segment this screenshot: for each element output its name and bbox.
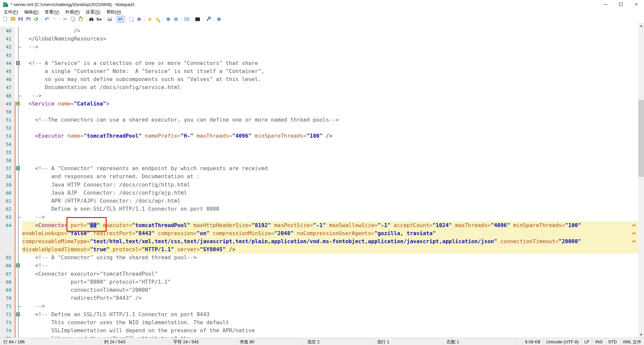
code-line-48[interactable]: 48 --> bbox=[0, 92, 638, 100]
fold-margin[interactable] bbox=[15, 221, 22, 229]
code-text[interactable]: library and the useOpenSSL attribute of … bbox=[22, 335, 638, 338]
line-number[interactable]: 45 bbox=[0, 67, 15, 75]
code-line-69[interactable]: 69 connectionTimeout="20000" bbox=[0, 286, 638, 294]
fold-margin[interactable] bbox=[15, 270, 22, 278]
fold-margin[interactable] bbox=[15, 189, 22, 197]
fold-margin[interactable] bbox=[15, 27, 22, 35]
code-line-40[interactable]: 40 /> bbox=[0, 27, 638, 35]
code-line-56[interactable]: 56 bbox=[0, 156, 638, 164]
encoding-button[interactable]: ⊚ bbox=[135, 16, 143, 23]
status-right-0[interactable]: 8.08 KB bbox=[522, 338, 543, 345]
status-cell-0[interactable]: 行 64 / 166 bbox=[0, 338, 101, 345]
line-number[interactable]: 63 bbox=[0, 213, 15, 221]
fold-margin[interactable] bbox=[15, 294, 22, 302]
code-line-54[interactable]: 54 bbox=[0, 140, 638, 148]
fold-margin[interactable] bbox=[15, 213, 22, 221]
code-line-55[interactable]: 55 bbox=[0, 148, 638, 156]
console-button[interactable] bbox=[194, 16, 201, 23]
line-number[interactable]: 56 bbox=[0, 156, 15, 164]
code-line-57[interactable]: 57 <!-- A "Connector" represents an endp… bbox=[0, 164, 638, 172]
line-number[interactable]: 59 bbox=[0, 181, 15, 189]
redo-button[interactable]: ↷ bbox=[51, 16, 58, 23]
scroll-down-arrow-icon[interactable]: ▼ bbox=[638, 332, 644, 338]
status-right-4[interactable]: STD bbox=[605, 338, 620, 345]
fold-margin[interactable] bbox=[15, 286, 22, 294]
menu-item-e[interactable]: 编辑(E) bbox=[21, 8, 42, 16]
code-line-62[interactable]: 62 Define a non-SSL/TLS HTTP/1.1 Connect… bbox=[0, 205, 638, 213]
code-text[interactable]: <Connector executor="tomcatThreadPool" bbox=[22, 270, 638, 278]
fold-margin[interactable] bbox=[15, 205, 22, 213]
fold-margin[interactable] bbox=[15, 83, 22, 91]
code-line-47[interactable]: 47 Documentation at /docs/config/service… bbox=[0, 83, 638, 91]
code-text[interactable]: Documentation at /docs/config/service.ht… bbox=[22, 83, 638, 91]
code-text[interactable]: and responses are returned. Documentatio… bbox=[22, 172, 638, 181]
fold-margin[interactable] bbox=[15, 327, 22, 335]
code-text[interactable]: <Connector port="80" executor="tomcatThr… bbox=[22, 221, 638, 229]
fold-margin[interactable] bbox=[15, 100, 22, 108]
line-number[interactable]: 52 bbox=[0, 124, 15, 132]
line-number[interactable] bbox=[0, 237, 15, 246]
line-number[interactable]: 50 bbox=[0, 108, 15, 116]
code-text[interactable] bbox=[22, 108, 638, 116]
menu-item-v[interactable]: 查看(V) bbox=[42, 8, 62, 16]
paste-button[interactable] bbox=[77, 16, 85, 23]
line-number[interactable]: 65 bbox=[0, 254, 15, 262]
code-line-42[interactable]: 42 --> bbox=[0, 43, 638, 51]
save-file-button[interactable] bbox=[17, 16, 24, 23]
code-text[interactable]: <!-- A "Connector" using the shared thre… bbox=[22, 254, 638, 262]
code-text[interactable]: redirectPort="8443" /> bbox=[22, 294, 638, 302]
exit-button[interactable]: ⊗ bbox=[215, 16, 223, 23]
editor[interactable]: 40 />41 </GlobalNamingResources>42 -->43… bbox=[0, 23, 644, 338]
fold-margin[interactable] bbox=[15, 262, 22, 270]
code-text[interactable]: This connector uses the NIO implementati… bbox=[22, 319, 638, 327]
status-right-3[interactable]: INS bbox=[592, 338, 605, 345]
fold-margin[interactable] bbox=[15, 108, 22, 116]
line-number[interactable]: 69 bbox=[0, 286, 15, 294]
code-line-58[interactable]: 58 and responses are returned. Documenta… bbox=[0, 172, 638, 181]
line-number[interactable]: 40 bbox=[0, 27, 15, 35]
fold-margin[interactable] bbox=[15, 51, 22, 59]
code-line-61[interactable]: 61 APR (HTTP/AJP) Connector: /docs/apr.h… bbox=[0, 197, 638, 205]
close-button[interactable]: × bbox=[629, 0, 644, 9]
fold-toggle-icon[interactable] bbox=[16, 166, 20, 170]
fold-margin[interactable] bbox=[15, 156, 22, 164]
code-line-74[interactable]: 74 SSLImplementation will depend on the … bbox=[0, 327, 638, 335]
code-line-44[interactable]: 44 <!-- A "Service" is a collection of o… bbox=[0, 59, 638, 67]
favorites-button[interactable]: ★ bbox=[146, 16, 154, 23]
code-line-wrap[interactable]: disableUploadTimeout="true" protocol="HT… bbox=[0, 246, 638, 254]
code-text[interactable]: --> bbox=[22, 302, 638, 310]
line-number[interactable]: 42 bbox=[0, 43, 15, 51]
line-number[interactable]: 54 bbox=[0, 140, 15, 148]
code-text[interactable]: <!--The connectors can use a shared exec… bbox=[22, 116, 638, 124]
code-text[interactable]: connectionTimeout="20000" bbox=[22, 286, 638, 294]
fold-margin[interactable] bbox=[15, 310, 22, 319]
code-text[interactable]: enableLookups="false" redirectPort="8443… bbox=[22, 229, 638, 237]
fold-margin[interactable] bbox=[15, 302, 22, 310]
code-text[interactable]: --> bbox=[22, 213, 638, 221]
code-text[interactable]: disableUploadTimeout="true" protocol="HT… bbox=[22, 246, 638, 254]
status-right-2[interactable]: LF bbox=[581, 338, 592, 345]
scrollbar-thumb[interactable] bbox=[638, 100, 644, 177]
code-text[interactable] bbox=[22, 156, 638, 164]
menu-item-h[interactable]: 帮助(H) bbox=[103, 8, 124, 16]
fold-margin[interactable] bbox=[15, 67, 22, 75]
line-number[interactable]: 41 bbox=[0, 35, 15, 43]
open-file-button[interactable] bbox=[9, 16, 17, 23]
line-number[interactable]: 58 bbox=[0, 172, 15, 181]
line-number[interactable]: 62 bbox=[0, 205, 15, 213]
maximize-button[interactable] bbox=[613, 0, 629, 9]
status-cell-1[interactable]: 列 24 / 543 bbox=[101, 338, 170, 345]
code-line-59[interactable]: 59 Java HTTP Connector: /docs/config/htt… bbox=[0, 181, 638, 189]
fold-margin[interactable] bbox=[15, 278, 22, 286]
fold-margin[interactable] bbox=[15, 164, 22, 172]
scroll-up-arrow-icon[interactable]: ▲ bbox=[638, 23, 644, 28]
scheme-config-button[interactable] bbox=[183, 16, 191, 23]
fold-margin[interactable] bbox=[15, 172, 22, 181]
fold-margin[interactable] bbox=[15, 124, 22, 132]
minimize-button[interactable] bbox=[598, 0, 613, 9]
code-line-75[interactable]: 75 library and the useOpenSSL attribute … bbox=[0, 335, 638, 338]
code-text[interactable] bbox=[22, 140, 638, 148]
replace-button[interactable]: ba bbox=[95, 16, 103, 23]
code-line-67[interactable]: 67 <Connector executor="tomcatThreadPool… bbox=[0, 270, 638, 278]
code-line-72[interactable]: 72 <!-- Define an SSL/TLS HTTP/1.1 Conne… bbox=[0, 310, 638, 319]
